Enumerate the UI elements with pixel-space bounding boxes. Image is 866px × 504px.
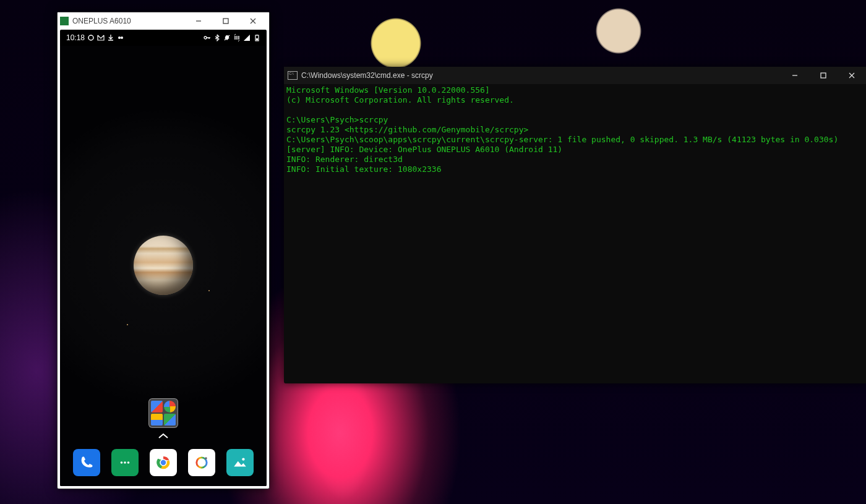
- cmd-line: C:\Users\Psych\scoop\apps\scrcpy\current…: [286, 135, 838, 144]
- app-notif-icon: [117, 34, 124, 41]
- svg-point-7: [204, 36, 207, 39]
- bluetooth-icon: [213, 34, 221, 41]
- sync-icon: [87, 34, 95, 41]
- cmd-maximize-button[interactable]: [809, 67, 838, 84]
- cmd-line: INFO: Renderer: direct3d: [286, 155, 403, 164]
- battery-icon: [253, 34, 260, 41]
- mute-icon: [223, 34, 231, 41]
- svg-rect-13: [256, 38, 258, 40]
- messages-app-icon[interactable]: [111, 449, 139, 476]
- gmail-icon: [97, 34, 105, 41]
- star-dot: [127, 324, 128, 325]
- google-mini-icon: [151, 401, 163, 412]
- svg-point-4: [88, 35, 93, 40]
- cmd-window[interactable]: C:\Windows\system32\cmd.exe - scrcpy Mic…: [284, 67, 866, 383]
- cmd-close-button[interactable]: [838, 67, 866, 84]
- minimize-button[interactable]: [185, 12, 212, 30]
- cmd-line: C:\Users\Psych>scrcpy: [286, 115, 388, 124]
- camera-app-icon[interactable]: [188, 449, 215, 476]
- cmd-line: [server] INFO: Device: OnePlus ONEPLUS A…: [286, 145, 562, 154]
- cmd-output[interactable]: Microsoft Windows [Version 10.0.22000.55…: [284, 84, 866, 383]
- scrcpy-app-icon: [60, 17, 69, 25]
- google-apps-folder[interactable]: [148, 398, 178, 428]
- cmd-title-text: C:\Windows\system32\cmd.exe - scrcpy: [301, 71, 781, 80]
- android-dock: [60, 449, 267, 476]
- cmd-app-icon: [288, 71, 298, 80]
- scrcpy-title-text: ONEPLUS A6010: [72, 17, 185, 25]
- drive-mini-icon: [164, 414, 176, 425]
- download-icon: [107, 34, 114, 41]
- android-wallpaper[interactable]: [60, 46, 267, 486]
- phone-app-icon[interactable]: [73, 449, 100, 476]
- chrome-app-icon[interactable]: [150, 449, 177, 476]
- maximize-button[interactable]: [212, 12, 239, 30]
- android-statusbar[interactable]: 10:18: [60, 30, 267, 46]
- svg-point-20: [197, 458, 207, 468]
- svg-point-14: [121, 461, 123, 464]
- chrome-mini-icon: [164, 401, 176, 412]
- status-time: 10:18: [66, 33, 85, 42]
- svg-point-21: [205, 457, 207, 459]
- svg-point-16: [127, 461, 130, 464]
- vpn-key-icon: [204, 34, 211, 41]
- data-icon: [233, 34, 241, 41]
- close-button[interactable]: [239, 12, 267, 30]
- star-dot: [208, 290, 210, 291]
- android-screen[interactable]: 10:18: [60, 30, 267, 486]
- svg-point-6: [121, 36, 123, 39]
- cmd-line: scrcpy 1.23 <https://github.com/Genymobi…: [286, 125, 528, 134]
- app-drawer-caret-icon[interactable]: [158, 430, 169, 442]
- svg-point-5: [118, 36, 121, 39]
- scrcpy-window[interactable]: ONEPLUS A6010 10:18: [57, 12, 270, 489]
- photos-mini-icon: [151, 414, 163, 425]
- scrcpy-titlebar[interactable]: ONEPLUS A6010: [58, 12, 269, 30]
- cmd-line: (c) Microsoft Corporation. All rights re…: [286, 95, 514, 105]
- svg-rect-1: [223, 19, 228, 23]
- svg-point-15: [124, 461, 126, 464]
- cmd-line: Microsoft Windows [Version 10.0.22000.55…: [286, 85, 490, 95]
- cmd-minimize-button[interactable]: [781, 67, 809, 84]
- signal-icon: [243, 34, 251, 41]
- jupiter-graphic: [134, 236, 193, 295]
- gallery-app-icon[interactable]: [226, 449, 254, 476]
- cmd-line: INFO: Initial texture: 1080x2336: [286, 164, 441, 174]
- cmd-titlebar[interactable]: C:\Windows\system32\cmd.exe - scrcpy: [284, 67, 866, 84]
- svg-rect-12: [257, 35, 258, 35]
- svg-rect-24: [821, 73, 826, 78]
- svg-point-22: [242, 458, 244, 460]
